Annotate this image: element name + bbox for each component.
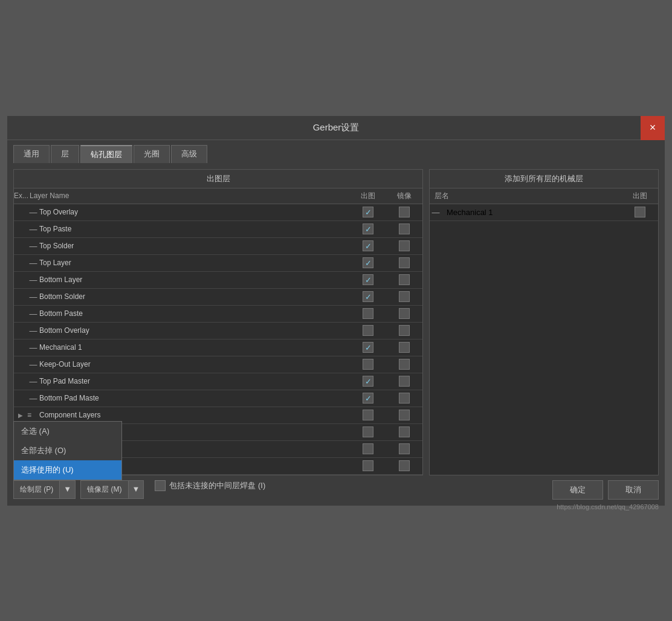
- plot-checkbox[interactable]: ✓: [363, 393, 373, 404]
- tab-aperture[interactable]: 光圈: [134, 145, 170, 163]
- row-ex: ▶: [14, 412, 27, 419]
- rcol-name-header: 层名: [430, 191, 622, 201]
- row-layer-name: Bottom Layer: [39, 275, 350, 284]
- plot-checkbox[interactable]: ✓: [363, 240, 373, 251]
- draw-layer-dropdown-menu: 全选 (A) 全部去掉 (O) 选择使用的 (U): [13, 421, 122, 480]
- cancel-button[interactable]: 取消: [608, 480, 659, 500]
- draw-layer-btn[interactable]: 绘制层 (P): [13, 480, 60, 499]
- right-plot-checkbox[interactable]: [635, 207, 645, 217]
- row-plot-cell: [350, 325, 386, 336]
- mirror-checkbox[interactable]: [399, 325, 410, 336]
- row-mirror-cell: [386, 240, 422, 251]
- tab-layer[interactable]: 层: [51, 145, 79, 163]
- deselect-all-item[interactable]: 全部去掉 (O): [14, 441, 121, 460]
- plot-checkbox[interactable]: ✓: [363, 342, 373, 353]
- mirror-checkbox[interactable]: [399, 308, 410, 319]
- plot-checkbox[interactable]: ✓: [363, 274, 373, 285]
- group-mirror-cell: [386, 426, 422, 437]
- right-row-dash: —: [430, 208, 442, 217]
- plot-checkbox[interactable]: [363, 359, 373, 370]
- table-row: — Top Paste ✓: [14, 221, 422, 238]
- close-button[interactable]: ×: [641, 116, 665, 140]
- row-layer-name: Mechanical 1: [39, 343, 350, 352]
- mirror-checkbox[interactable]: [399, 207, 410, 217]
- include-check-group: 包括未连接的中间层焊盘 (I): [155, 480, 265, 491]
- row-mirror-cell: [386, 325, 422, 336]
- mirror-layer-dropdown-group: 镜像层 (M) ▼: [80, 480, 144, 499]
- mirror-checkbox[interactable]: [399, 257, 410, 268]
- row-dash: —: [27, 242, 39, 251]
- plot-checkbox[interactable]: [363, 325, 373, 336]
- row-dash: —: [27, 225, 39, 234]
- row-layer-name: Bottom Paste: [39, 309, 350, 318]
- include-checkbox[interactable]: [155, 480, 166, 491]
- group-plot-cell: [350, 426, 386, 437]
- group-plot-checkbox[interactable]: [363, 426, 373, 437]
- row-mirror-cell: [386, 308, 422, 319]
- select-used-item[interactable]: 选择使用的 (U): [14, 460, 121, 480]
- group-mirror-checkbox[interactable]: [399, 426, 410, 437]
- group-mirror-checkbox[interactable]: [399, 460, 410, 471]
- expand-arrow-icon[interactable]: ▶: [18, 412, 23, 419]
- draw-layer-dropdown-group: 全选 (A) 全部去掉 (O) 选择使用的 (U) 绘制层 (P) ▼: [13, 480, 76, 499]
- row-dash: —: [27, 309, 39, 318]
- table-row: — Keep-Out Layer: [14, 356, 422, 373]
- tab-general[interactable]: 通用: [13, 145, 50, 163]
- mirror-checkbox[interactable]: [399, 274, 410, 285]
- plot-checkbox[interactable]: ✓: [363, 207, 373, 217]
- row-mirror-cell: [386, 274, 422, 285]
- plot-checkbox[interactable]: [363, 308, 373, 319]
- group-plot-cell: [350, 410, 386, 420]
- mirror-layer-btn[interactable]: 镜像层 (M): [80, 480, 128, 499]
- row-mirror-cell: [386, 393, 422, 404]
- row-mirror-cell: [386, 342, 422, 353]
- row-layer-name: Bottom Overlay: [39, 326, 350, 335]
- mirror-checkbox[interactable]: [399, 224, 410, 234]
- table-row: — Bottom Layer ✓: [14, 272, 422, 289]
- plot-checkbox[interactable]: ✓: [363, 291, 373, 302]
- row-dash: —: [27, 208, 39, 217]
- mirror-checkbox[interactable]: [399, 240, 410, 251]
- title-bar: Gerber设置 ×: [7, 116, 665, 140]
- tab-drill[interactable]: 钻孔图层: [80, 145, 132, 163]
- mirror-checkbox[interactable]: [399, 342, 410, 353]
- row-plot-cell: ✓: [350, 207, 386, 217]
- group-mirror-cell: [386, 443, 422, 454]
- group-plot-checkbox[interactable]: [363, 443, 373, 454]
- group-plot-checkbox[interactable]: [363, 460, 373, 471]
- row-dash: —: [27, 360, 39, 369]
- mirror-checkbox[interactable]: [399, 359, 410, 370]
- rcol-plot-header: 出图: [622, 191, 658, 201]
- group-plot-cell: [350, 443, 386, 454]
- table-row: — Top Layer ✓: [14, 255, 422, 272]
- col-mirror-header: 镜像: [386, 191, 422, 201]
- tab-advanced[interactable]: 高级: [171, 145, 207, 163]
- group-plot-checkbox[interactable]: [363, 410, 373, 420]
- group-mirror-checkbox[interactable]: [399, 443, 410, 454]
- table-row: — Top Pad Master ✓: [14, 373, 422, 390]
- right-panel: 添加到所有层的机械层 层名 出图 — Mechanical 1: [429, 169, 659, 475]
- row-mirror-cell: [386, 224, 422, 234]
- right-row-check-cell: [622, 207, 658, 217]
- plot-checkbox[interactable]: ✓: [363, 257, 373, 268]
- table-row: — Bottom Pad Maste ✓: [14, 390, 422, 407]
- ok-button[interactable]: 确定: [552, 480, 603, 500]
- row-mirror-cell: [386, 207, 422, 217]
- group-name: Component Layers: [39, 411, 350, 419]
- group-mirror-checkbox[interactable]: [399, 410, 410, 420]
- mirror-checkbox[interactable]: [399, 291, 410, 302]
- plot-checkbox[interactable]: ✓: [363, 376, 373, 387]
- mirror-checkbox[interactable]: [399, 393, 410, 404]
- row-plot-cell: ✓: [350, 274, 386, 285]
- watermark-text: https://blog.csdn.net/qq_42967008: [557, 503, 659, 510]
- plot-checkbox[interactable]: ✓: [363, 224, 373, 234]
- row-plot-cell: ✓: [350, 291, 386, 302]
- row-mirror-cell: [386, 376, 422, 387]
- draw-layer-arrow[interactable]: ▼: [60, 480, 76, 499]
- mirror-checkbox[interactable]: [399, 376, 410, 387]
- row-dash: —: [27, 275, 39, 285]
- row-layer-name: Top Overlay: [39, 208, 350, 216]
- include-label: 包括未连接的中间层焊盘 (I): [169, 480, 265, 491]
- mirror-layer-arrow[interactable]: ▼: [129, 480, 144, 499]
- select-all-item[interactable]: 全选 (A): [14, 422, 121, 441]
